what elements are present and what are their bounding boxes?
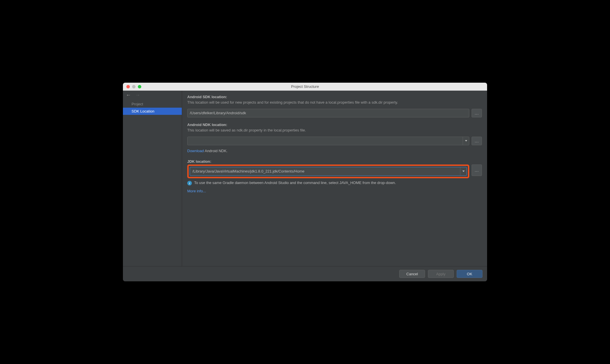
titlebar: Project Structure xyxy=(123,83,487,91)
project-structure-dialog: Project Structure ← → Project SDK Locati… xyxy=(123,83,487,281)
forward-arrow-icon: → xyxy=(135,92,140,98)
download-ndk-link[interactable]: Download xyxy=(187,149,204,153)
ndk-dropdown-button[interactable] xyxy=(463,137,469,145)
sidebar: ← → Project SDK Location xyxy=(123,91,182,266)
jdk-location-title: JDK location: xyxy=(187,159,482,164)
window-controls xyxy=(123,85,141,88)
main-panel: Android SDK location: This location will… xyxy=(182,91,487,266)
sdk-browse-button[interactable]: ... xyxy=(472,109,482,117)
more-info-link[interactable]: More info... xyxy=(187,189,482,193)
ndk-location-desc: This location will be saved as ndk.dir p… xyxy=(187,128,482,133)
window-title: Project Structure xyxy=(123,84,487,89)
sdk-location-title: Android SDK location: xyxy=(187,95,482,99)
minimize-window-button[interactable] xyxy=(132,85,136,88)
info-icon: i xyxy=(187,181,192,185)
dialog-footer: Cancel Apply OK xyxy=(123,266,487,281)
ndk-download-line: Download Android NDK. xyxy=(187,149,482,153)
jdk-browse-button[interactable]: ... xyxy=(472,164,482,176)
sdk-location-desc: This location will be used for new proje… xyxy=(187,100,482,105)
back-arrow-icon[interactable]: ← xyxy=(126,92,131,98)
maximize-window-button[interactable] xyxy=(138,85,141,88)
jdk-highlight: /Library/Java/JavaVirtualMachines/jdk1.8… xyxy=(187,164,469,178)
jdk-info-text: To use the same Gradle daemon between An… xyxy=(194,181,396,185)
jdk-location-value: /Library/Java/JavaVirtualMachines/jdk1.8… xyxy=(192,169,460,173)
ndk-location-title: Android NDK location: xyxy=(187,123,482,127)
sdk-location-input[interactable]: /Users/dfelker/Library/Android/sdk xyxy=(187,109,469,117)
jdk-info-row: i To use the same Gradle daemon between … xyxy=(187,181,482,185)
download-ndk-text: Android NDK. xyxy=(204,149,227,153)
ndk-browse-button[interactable]: ... xyxy=(472,137,482,145)
sidebar-item-sdk-location[interactable]: SDK Location xyxy=(123,108,182,115)
ok-button[interactable]: OK xyxy=(457,270,482,278)
ndk-location-input[interactable] xyxy=(187,137,469,145)
sdk-location-value: /Users/dfelker/Library/Android/sdk xyxy=(190,111,246,115)
close-window-button[interactable] xyxy=(126,85,130,88)
sidebar-item-project[interactable]: Project xyxy=(123,100,182,108)
nav-arrows: ← → xyxy=(123,91,182,100)
apply-button: Apply xyxy=(428,270,454,278)
chevron-down-icon xyxy=(465,140,467,142)
cancel-button[interactable]: Cancel xyxy=(399,270,425,278)
jdk-location-input[interactable]: /Library/Java/JavaVirtualMachines/jdk1.8… xyxy=(190,167,467,176)
chevron-down-icon xyxy=(462,171,465,172)
jdk-dropdown-button[interactable] xyxy=(460,167,466,175)
